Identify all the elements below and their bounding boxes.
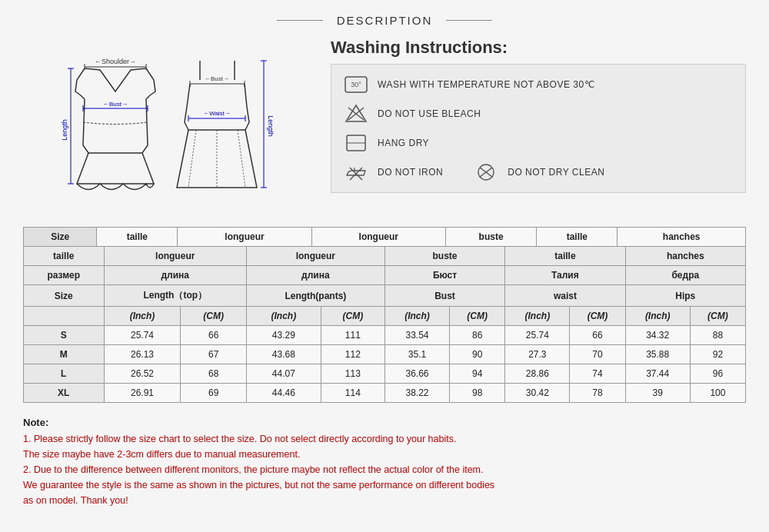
note-line: We guarantee the style is the same as sh… [23, 477, 746, 493]
size-col: Size [24, 228, 97, 247]
size-table-section: Size taille longueur longueur buste tail… [23, 227, 746, 403]
wash-row-pair: DO NOT IRON DO NOT DRY CLEAN [344, 161, 733, 183]
th-cm1: (CM) [181, 307, 246, 326]
size-table-full: taille longueur longueur buste taille ha… [23, 246, 746, 403]
washing-section: Washing Instructions: 30° WASH WITH TEMP… [331, 38, 746, 214]
clothing-diagram: ←Shoulder→ [38, 45, 300, 207]
th-size-en: Size [24, 285, 105, 307]
table-row: S25.746643.2911133.548625.746634.3288 [24, 326, 746, 345]
table-row-units: (Inch) (CM) (Inch) (CM) (Inch) (CM) (Inc… [24, 307, 746, 326]
th-longueur2: longueur [246, 247, 384, 266]
note-title: Note: [23, 417, 746, 428]
table-row-en: Size Length（top） Length(pants) Bust wais… [24, 285, 746, 307]
wash-item-noirion: DO NOT IRON [344, 161, 443, 183]
note-line: The size maybe have 2-3cm differs due to… [23, 447, 746, 462]
svg-text:30°: 30° [351, 81, 361, 88]
th-inch1: (Inch) [104, 307, 181, 326]
th-bedra: бедра [625, 266, 745, 285]
no-iron-icon [344, 161, 368, 183]
note-line: 1. Please strictly follow the size chart… [23, 431, 746, 447]
header-line-left [277, 20, 323, 21]
table-row: L26.526844.0711336.669428.867437.4496 [24, 364, 746, 384]
wash-item-bleach: DO NOT USE BLEACH [344, 103, 733, 125]
page-title: DESCRIPTION [337, 14, 433, 27]
svg-text:←Bust→: ←Bust→ [205, 75, 229, 82]
svg-text:←Shoulder→: ←Shoulder→ [95, 58, 136, 65]
th-inch4: (Inch) [505, 307, 570, 326]
th-inch5: (Inch) [625, 307, 690, 326]
hang-dry-icon [344, 132, 368, 154]
th-taille2: taille [505, 247, 625, 266]
col-taille: taille [97, 228, 178, 247]
header-line-right [446, 20, 492, 21]
table-row: M26.136743.6811235.19027.37035.8892 [24, 345, 746, 364]
table-row: XL26.916944.4611438.229830.427839100 [24, 384, 746, 403]
th-cm4: (CM) [570, 307, 625, 326]
table-row-lang2: размер длина длина Бюст Талия бедра [24, 266, 746, 285]
svg-text:Length: Length [61, 119, 68, 141]
note-line: 2. Due to the difference between differe… [23, 462, 746, 477]
col-longueur2: longueur [311, 228, 445, 247]
svg-line-24 [238, 130, 245, 188]
th-buste: buste [384, 247, 504, 266]
th-waist: waist [505, 285, 625, 307]
th-length-top: Length（top） [104, 285, 246, 307]
th-dlina2: длина [246, 266, 384, 285]
th-inch3: (Inch) [384, 307, 449, 326]
col-longueur1: longueur [178, 228, 311, 247]
col-hanches: hanches [618, 228, 746, 247]
th-taliya: Талия [505, 266, 625, 285]
th-inch2: (Inch) [246, 307, 321, 326]
description-header: DESCRIPTION [23, 14, 746, 27]
wash-temp-icon: 30° [344, 74, 368, 95]
wash-temp-text: WASH WITH TEMPERATURE NOT ABOVE 30℃ [378, 79, 594, 90]
th-longueur1: longueur [104, 247, 246, 266]
no-bleach-text: DO NOT USE BLEACH [378, 108, 481, 119]
no-iron-text: DO NOT IRON [378, 167, 443, 178]
th-bust-ru: Бюст [384, 266, 504, 285]
svg-text:←Waist→: ←Waist→ [203, 110, 231, 117]
no-dry-clean-text: DO NOT DRY CLEAN [508, 167, 604, 178]
wash-item-temp: 30° WASH WITH TEMPERATURE NOT ABOVE 30℃ [344, 74, 733, 95]
content-row: ←Shoulder→ [23, 38, 746, 214]
no-dry-clean-icon [474, 161, 498, 183]
th-cm2: (CM) [321, 307, 384, 326]
th-cm3: (CM) [450, 307, 505, 326]
th-dlina1: длина [104, 266, 246, 285]
col-buste: buste [445, 228, 536, 247]
th-razmer: размер [24, 266, 105, 285]
table-row-lang1: taille longueur longueur buste taille ha… [24, 247, 746, 266]
note-line: as on model. Thank you! [23, 493, 746, 508]
page: DESCRIPTION ←Shoulder→ [0, 0, 769, 524]
size-table: Size taille longueur longueur buste tail… [23, 227, 746, 247]
wash-item-nodryclean: DO NOT DRY CLEAN [474, 161, 604, 183]
th-taille: taille [24, 247, 105, 266]
washing-title: Washing Instructions: [331, 38, 746, 58]
th-cm5: (CM) [690, 307, 745, 326]
th-length-pants: Length(pants) [246, 285, 384, 307]
th-hips: Hips [625, 285, 745, 307]
svg-line-23 [188, 130, 196, 188]
table-row-header1: Size taille longueur longueur buste tail… [24, 228, 746, 247]
notes-section: Note: 1. Please strictly follow the size… [23, 414, 746, 508]
washing-box: 30° WASH WITH TEMPERATURE NOT ABOVE 30℃ [331, 64, 746, 193]
note-lines: 1. Please strictly follow the size chart… [23, 431, 746, 508]
th-bust-en: Bust [384, 285, 504, 307]
th-hanches: hanches [625, 247, 745, 266]
no-bleach-icon [344, 103, 368, 125]
col-taille2: taille [537, 228, 618, 247]
diagram-section: ←Shoulder→ [23, 38, 315, 214]
hang-dry-text: HANG DRY [378, 138, 429, 148]
wash-item-hangdry: HANG DRY [344, 132, 733, 154]
th-blank [24, 307, 105, 326]
svg-text:←Bust→: ←Bust→ [103, 101, 128, 108]
svg-text:Length: Length [267, 115, 275, 137]
